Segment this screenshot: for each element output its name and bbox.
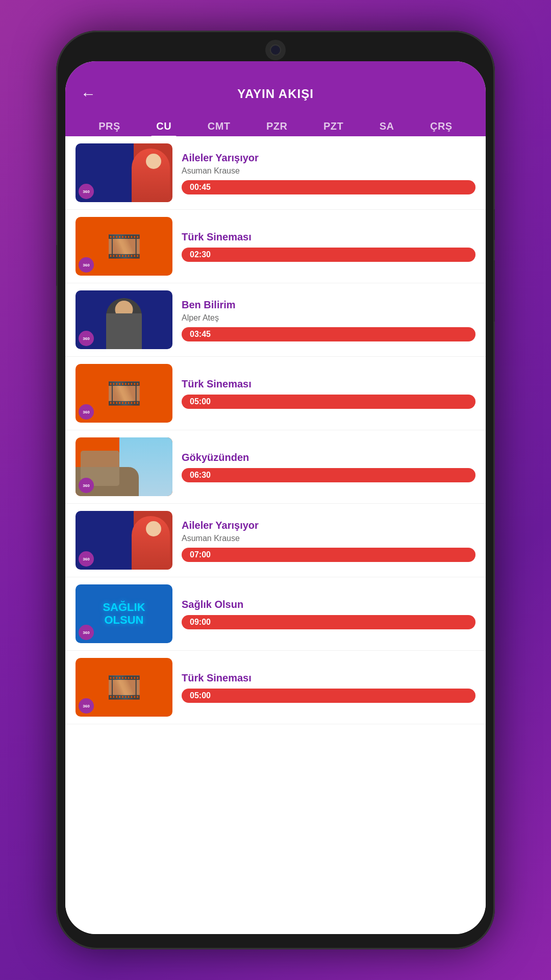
program-host: Asuman Krause bbox=[182, 166, 475, 176]
day-tabs: PRŞ CU CMT PZR PZT SA ÇRŞ bbox=[81, 111, 470, 136]
tab-crs[interactable]: ÇRŞ bbox=[425, 116, 458, 136]
program-time: 09:00 bbox=[182, 615, 475, 629]
program-thumbnail: 360 bbox=[76, 290, 172, 349]
program-title: Türk Sineması bbox=[182, 672, 475, 684]
badge-360: 360 bbox=[79, 698, 94, 714]
program-info: Ben Bilirim Alper Ateş 03:45 bbox=[182, 299, 475, 341]
program-thumbnail: 360 bbox=[76, 437, 172, 496]
program-thumbnail: 360 bbox=[76, 143, 172, 202]
program-title: Ben Bilirim bbox=[182, 299, 475, 311]
list-item[interactable]: 🎞️ 360 Türk Sineması 05:00 bbox=[65, 357, 486, 430]
program-host: Asuman Krause bbox=[182, 534, 475, 543]
film-icon: 🎞️ bbox=[107, 671, 142, 704]
volume-button bbox=[56, 245, 57, 286]
program-info: Türk Sineması 02:30 bbox=[182, 231, 475, 262]
program-time: 06:30 bbox=[182, 468, 475, 482]
film-icon: 🎞️ bbox=[107, 230, 142, 263]
program-thumbnail: 🎞️ 360 bbox=[76, 364, 172, 423]
program-info: Türk Sineması 05:00 bbox=[182, 378, 475, 409]
program-title: Gökyüzünden bbox=[182, 451, 475, 463]
program-info: Aileler Yarışıyor Asuman Krause 00:45 bbox=[182, 152, 475, 194]
program-thumbnail: SAĞLIKOLSUN 360 bbox=[76, 584, 172, 643]
tab-sa[interactable]: SA bbox=[374, 116, 399, 136]
power-button-bottom bbox=[494, 260, 495, 322]
phone-frame: ← YAYIN AKIŞI PRŞ CU CMT PZR PZT SA ÇRŞ bbox=[56, 31, 495, 949]
saglik-logo: SAĞLIKOLSUN bbox=[103, 601, 145, 626]
program-thumbnail: 🎞️ 360 bbox=[76, 217, 172, 276]
program-time: 07:00 bbox=[182, 548, 475, 562]
camera bbox=[265, 40, 286, 60]
film-icon: 🎞️ bbox=[107, 377, 142, 410]
badge-360: 360 bbox=[79, 551, 94, 567]
list-item[interactable]: 360 Aileler Yarışıyor Asuman Krause 07:0… bbox=[65, 504, 486, 577]
back-button[interactable]: ← bbox=[81, 85, 96, 103]
list-item[interactable]: SAĞLIKOLSUN 360 Sağlık Olsun 09:00 bbox=[65, 577, 486, 651]
camera-lens bbox=[270, 44, 281, 56]
program-title: Türk Sineması bbox=[182, 231, 475, 243]
program-host: Alper Ateş bbox=[182, 313, 475, 323]
list-item[interactable]: 360 Gökyüzünden 06:30 bbox=[65, 430, 486, 504]
program-thumbnail: 🎞️ 360 bbox=[76, 658, 172, 717]
program-list[interactable]: 360 Aileler Yarışıyor Asuman Krause 00:4… bbox=[65, 136, 486, 934]
page-title: YAYIN AKIŞI bbox=[237, 87, 314, 101]
badge-360: 360 bbox=[79, 184, 94, 199]
program-info: Aileler Yarışıyor Asuman Krause 07:00 bbox=[182, 519, 475, 562]
program-time: 03:45 bbox=[182, 327, 475, 341]
program-info: Sağlık Olsun 09:00 bbox=[182, 598, 475, 629]
badge-360: 360 bbox=[79, 257, 94, 273]
badge-360: 360 bbox=[79, 331, 94, 346]
program-title: Sağlık Olsun bbox=[182, 598, 475, 610]
list-item[interactable]: 360 Aileler Yarışıyor Asuman Krause 00:4… bbox=[65, 136, 486, 210]
program-time: 02:30 bbox=[182, 248, 475, 262]
list-item[interactable]: 🎞️ 360 Türk Sineması 05:00 bbox=[65, 651, 486, 724]
program-time: 00:45 bbox=[182, 180, 475, 194]
program-time: 05:00 bbox=[182, 689, 475, 703]
tab-cmt[interactable]: CMT bbox=[203, 116, 236, 136]
program-title: Aileler Yarışıyor bbox=[182, 519, 475, 531]
program-title: Türk Sineması bbox=[182, 378, 475, 390]
program-info: Gökyüzünden 06:30 bbox=[182, 451, 475, 482]
badge-360: 360 bbox=[79, 478, 94, 493]
list-item[interactable]: 360 Ben Bilirim Alper Ateş 03:45 bbox=[65, 283, 486, 357]
power-button-top bbox=[494, 209, 495, 240]
badge-360: 360 bbox=[79, 404, 94, 420]
program-time: 05:00 bbox=[182, 395, 475, 409]
tab-pzt[interactable]: PZT bbox=[318, 116, 348, 136]
badge-360: 360 bbox=[79, 625, 94, 640]
tab-prs[interactable]: PRŞ bbox=[93, 116, 126, 136]
program-thumbnail: 360 bbox=[76, 511, 172, 570]
header-top: ← YAYIN AKIŞI bbox=[81, 87, 470, 101]
program-info: Türk Sineması 05:00 bbox=[182, 672, 475, 703]
phone-screen: ← YAYIN AKIŞI PRŞ CU CMT PZR PZT SA ÇRŞ bbox=[65, 61, 486, 934]
tab-cu[interactable]: CU bbox=[151, 116, 177, 136]
program-title: Aileler Yarışıyor bbox=[182, 152, 475, 164]
header: ← YAYIN AKIŞI PRŞ CU CMT PZR PZT SA ÇRŞ bbox=[65, 61, 486, 136]
list-item[interactable]: 🎞️ 360 Türk Sineması 02:30 bbox=[65, 210, 486, 283]
tab-pzr[interactable]: PZR bbox=[261, 116, 293, 136]
